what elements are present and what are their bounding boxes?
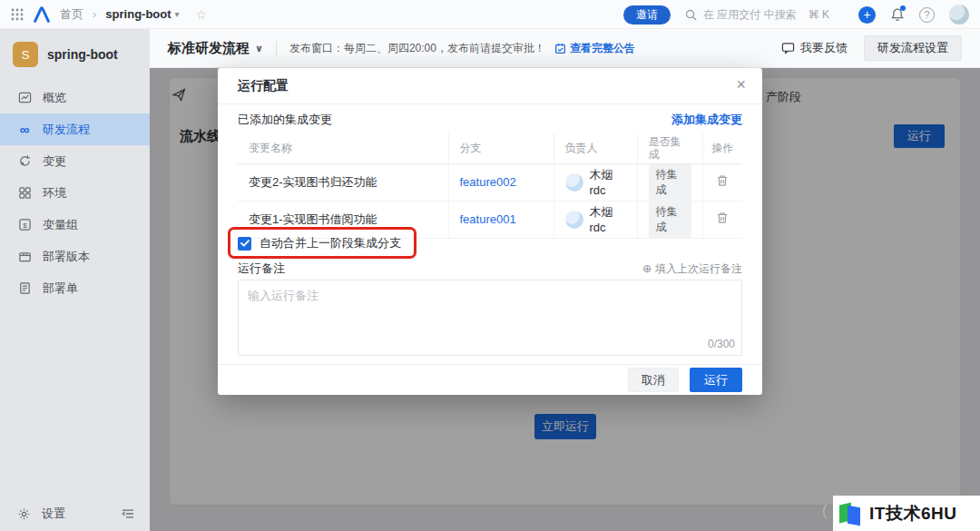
- close-icon[interactable]: ×: [736, 76, 746, 93]
- table-header-row: 变更名称 分支 负责人 是否集成 操作: [238, 133, 742, 163]
- sidebar-item-label: 概览: [43, 90, 66, 106]
- search-placeholder: 在 应用交付 中搜索: [703, 7, 797, 23]
- project-name: spring-boot: [47, 47, 118, 62]
- chevron-down-icon: ∨: [255, 43, 263, 54]
- integration-changes-table: 变更名称 分支 负责人 是否集成 操作 变更2-实现图书归还功能 feature…: [238, 133, 742, 239]
- process-title-dropdown[interactable]: 标准研发流程 ∨: [168, 40, 263, 57]
- page-title: 标准研发流程: [168, 40, 250, 57]
- breadcrumb-project[interactable]: spring-boot ▾: [105, 7, 179, 21]
- table-row: 变更1-实现图书借阅功能 feature001 木烟rdc 待集成: [238, 201, 742, 238]
- sidebar-item-deploy-orders[interactable]: 部署单: [0, 272, 150, 304]
- watermark-logo-icon: [838, 501, 864, 526]
- col-change-name: 变更名称: [238, 133, 448, 163]
- help-icon[interactable]: ?: [919, 7, 935, 23]
- caret-down-icon: ▾: [175, 9, 180, 19]
- table-row: 变更2-实现图书归还功能 feature002 木烟rdc 待集成: [238, 163, 742, 201]
- environment-grid-icon: [17, 186, 32, 201]
- overview-chart-icon: [17, 91, 32, 105]
- circle-plus-icon: ⊕: [642, 262, 652, 275]
- branch-link[interactable]: feature001: [460, 212, 516, 226]
- app-window: 首页 › spring-boot ▾ ☆ 邀请 在 应用交付 中搜索 ⌘ K +: [0, 0, 980, 531]
- change-name: 变更2-实现图书归还功能: [238, 163, 448, 201]
- status-badge: 待集成: [649, 164, 691, 201]
- col-branch: 分支: [448, 133, 554, 163]
- view-full-announcement-link[interactable]: 查看完整公告: [554, 41, 635, 56]
- create-new-button[interactable]: +: [858, 6, 876, 24]
- gear-icon[interactable]: [17, 507, 31, 521]
- sidebar-item-label: 变量组: [43, 217, 78, 233]
- sidebar-item-environments[interactable]: 环境: [0, 177, 150, 209]
- sidebar-item-deploy-versions[interactable]: 部署版本: [0, 241, 150, 272]
- sidebar-item-label: 环境: [43, 185, 66, 202]
- sidebar-settings-label[interactable]: 设置: [42, 506, 110, 522]
- col-actions: 操作: [702, 133, 742, 163]
- sidebar: S spring-boot 概览 ∞ 研发流程: [0, 29, 150, 531]
- sidebar-project-header[interactable]: S spring-boot: [0, 29, 150, 74]
- change-cycle-icon: [17, 154, 32, 169]
- sidebar-item-label: 研发流程: [43, 122, 90, 138]
- add-integration-change-link[interactable]: 添加集成变更: [671, 112, 742, 128]
- sidebar-item-label: 变更: [43, 153, 66, 170]
- sidebar-item-label: 部署版本: [43, 249, 90, 265]
- owner-name: 木烟rdc: [590, 167, 626, 197]
- notification-badge-dot: [900, 5, 906, 11]
- breadcrumb-separator: ›: [93, 7, 96, 21]
- release-window-announcement: 发布窗口：每周二、周四20:00，发布前请提交审批！: [289, 41, 545, 56]
- owner-name: 木烟rdc: [590, 204, 626, 234]
- infinity-icon: ∞: [17, 123, 32, 137]
- modal-title: 运行配置: [238, 78, 289, 94]
- delete-trash-icon[interactable]: [716, 174, 729, 187]
- sidebar-item-dev-process[interactable]: ∞ 研发流程: [0, 113, 150, 145]
- run-remark-textarea[interactable]: [238, 280, 742, 356]
- sidebar-item-changes[interactable]: 变更: [0, 145, 150, 177]
- watermark: ( IT技术6HU: [833, 496, 980, 531]
- notifications-bell-icon[interactable]: [890, 7, 905, 22]
- col-integrated: 是否集成: [637, 133, 702, 163]
- feedback-comment-icon: [781, 42, 795, 54]
- delete-trash-icon[interactable]: [716, 211, 729, 224]
- owner-avatar: [565, 173, 583, 192]
- project-avatar: S: [13, 42, 38, 67]
- cancel-button[interactable]: 取消: [628, 368, 679, 392]
- auto-merge-label[interactable]: 自动合并上一阶段集成分支: [260, 235, 401, 251]
- svg-text:$: $: [23, 221, 27, 230]
- search-icon: [685, 9, 697, 21]
- breadcrumb-home[interactable]: 首页: [60, 6, 83, 23]
- divider: [276, 41, 277, 55]
- search-shortcut: ⌘ K: [808, 8, 829, 21]
- page-header: 标准研发流程 ∨ 发布窗口：每周二、周四20:00，发布前请提交审批！ 查看完整…: [150, 29, 980, 68]
- fill-last-remark-link[interactable]: ⊕ 填入上次运行备注: [642, 261, 742, 277]
- top-nav-bar: 首页 › spring-boot ▾ ☆ 邀请 在 应用交付 中搜索 ⌘ K +: [0, 0, 980, 29]
- feedback-button[interactable]: 我要反馈: [781, 40, 848, 56]
- sidebar-item-label: 部署单: [43, 280, 78, 297]
- package-icon: [17, 250, 32, 264]
- global-search-input[interactable]: 在 应用交付 中搜索 ⌘ K: [685, 7, 844, 23]
- run-button[interactable]: 运行: [690, 368, 742, 392]
- added-changes-label: 已添加的集成变更: [238, 112, 332, 128]
- col-owner: 负责人: [554, 133, 637, 163]
- watermark-text: IT技术6HU: [869, 502, 956, 526]
- char-counter: 0/300: [708, 338, 735, 350]
- status-badge: 待集成: [649, 202, 691, 238]
- run-config-modal: 运行配置 × 已添加的集成变更 添加集成变更 变更名称 分支 负责人 是否集成 …: [218, 68, 762, 395]
- app-launcher-icon[interactable]: [11, 8, 24, 21]
- invite-button[interactable]: 邀请: [623, 5, 671, 25]
- user-avatar[interactable]: [949, 5, 969, 25]
- sidebar-item-overview[interactable]: 概览: [0, 82, 150, 113]
- process-settings-button[interactable]: 研发流程设置: [864, 35, 962, 61]
- brand-logo-icon[interactable]: [33, 6, 51, 23]
- document-icon: [17, 281, 32, 296]
- collapse-sidebar-icon[interactable]: [121, 507, 135, 520]
- change-name: 变更1-实现图书借阅功能: [238, 201, 448, 238]
- announcement-board-icon: [554, 43, 566, 54]
- owner-avatar: [565, 211, 583, 229]
- auto-merge-checkbox[interactable]: [238, 237, 251, 251]
- watermark-paren: (: [822, 503, 827, 519]
- sidebar-item-variable-groups[interactable]: $ 变量组: [0, 209, 150, 241]
- branch-link[interactable]: feature002: [460, 175, 516, 189]
- variable-group-icon: $: [17, 218, 32, 232]
- favorite-star-icon[interactable]: ☆: [196, 7, 208, 22]
- run-remark-label: 运行备注: [238, 261, 285, 277]
